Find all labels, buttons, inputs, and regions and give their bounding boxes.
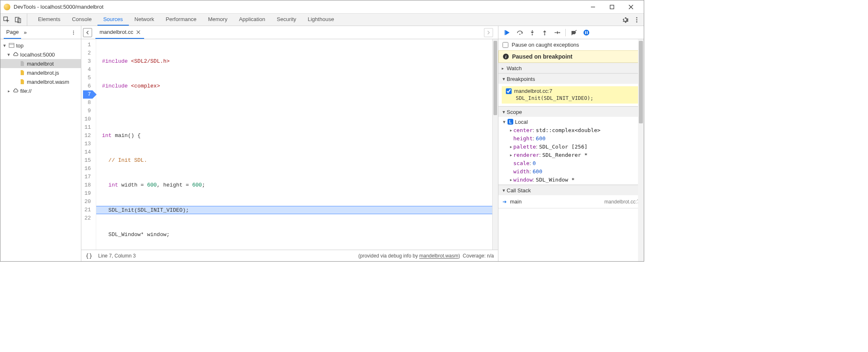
tab-console[interactable]: Console (66, 14, 97, 26)
scope-var-name: renderer (513, 152, 539, 158)
window-titlebar: DevTools - localhost:5000/mandelbrot (0, 0, 644, 14)
navigator-more-tabs[interactable]: » (24, 29, 26, 35)
expander-icon: ▸ (508, 177, 513, 182)
expander-icon: ▼ (2, 43, 7, 48)
tree-file-mandelbrot[interactable]: mandelbrot (0, 59, 81, 68)
breakpoints-section-label: Breakpoints (507, 76, 535, 82)
step-over-button[interactable] (515, 28, 525, 38)
step-out-button[interactable] (540, 28, 550, 38)
scope-variable[interactable]: ▸renderer: SDL_Renderer * (502, 151, 640, 159)
code-content[interactable]: #include <SDL2/SDL.h> #include <complex>… (96, 39, 492, 250)
navigator-tab-page[interactable]: Page (4, 26, 21, 39)
debugger-pane: Pause on caught exceptions i Paused on b… (498, 26, 644, 261)
svg-point-11 (73, 32, 74, 33)
code-editor[interactable]: 1 2 3 4 5 6 7 8 9 10 11 12 13 14 15 16 1… (81, 39, 498, 250)
tab-lighthouse[interactable]: Lighthouse (302, 14, 340, 26)
deactivate-breakpoints-button[interactable] (569, 28, 579, 38)
window-title: DevTools - localhost:5000/mandelbrot (14, 4, 583, 10)
settings-gear-icon[interactable] (621, 15, 630, 24)
maximize-button[interactable] (602, 1, 621, 13)
scope-variable[interactable]: width: 600 (502, 167, 640, 175)
source-map-link[interactable]: mandelbrot.wasm (419, 253, 458, 259)
tree-label: localhost:5000 (20, 52, 55, 58)
scope-var-name: height (513, 135, 533, 142)
document-icon (19, 61, 25, 66)
line-gutter[interactable]: 1 2 3 4 5 6 7 8 9 10 11 12 13 14 15 16 1… (81, 39, 96, 250)
breakpoint-checkbox[interactable] (506, 88, 512, 94)
script-icon (19, 70, 25, 76)
breakpoint-title: mandelbrot.cc:7 (514, 88, 553, 94)
scope-var-value: 600 (536, 135, 545, 142)
minimize-button[interactable] (583, 1, 602, 13)
tree-label: mandelbrot.js (27, 70, 59, 76)
scope-var-name: window (513, 177, 533, 183)
scope-variable[interactable]: ▸center: std::complex<double> (502, 126, 640, 134)
breakpoint-item[interactable]: mandelbrot.cc:7 SDL_Init(SDL_INIT_VIDEO)… (502, 86, 640, 104)
coverage-info: Coverage: n/a (463, 253, 494, 259)
tab-elements[interactable]: Elements (32, 14, 66, 26)
scope-section-header[interactable]: ▼ Scope (498, 106, 644, 117)
editor-nav-forward-icon[interactable] (484, 28, 493, 37)
breakpoints-section-header[interactable]: ▼ Breakpoints (498, 73, 644, 84)
scope-local-header[interactable]: ▼ L Local (502, 118, 640, 126)
svg-rect-13 (9, 43, 14, 47)
editor-scrollbar[interactable] (492, 39, 498, 250)
scope-section-label: Scope (507, 109, 522, 115)
expander-icon: ▼ (502, 188, 507, 193)
scope-variable[interactable]: height: 600 (502, 134, 640, 142)
step-button[interactable] (552, 28, 562, 38)
paused-banner-text: Paused on breakpoint (512, 53, 572, 60)
tab-application[interactable]: Application (233, 14, 271, 26)
scope-variable[interactable]: ▸window: SDL_Window * (502, 175, 640, 184)
expander-icon: ▸ (508, 153, 513, 157)
local-scope-icon: L (508, 119, 513, 125)
expander-icon: ▼ (6, 52, 11, 57)
device-toggle-icon[interactable] (14, 16, 22, 24)
scope-var-name: width (513, 168, 529, 175)
step-into-button[interactable] (527, 28, 537, 38)
navigator-kebab-icon[interactable] (69, 28, 78, 37)
pretty-print-icon[interactable]: {} (85, 253, 92, 259)
scope-var-value: SDL_Renderer * (542, 152, 588, 158)
editor-nav-back-icon[interactable] (83, 28, 92, 37)
tab-sources[interactable]: Sources (97, 14, 129, 26)
tab-performance[interactable]: Performance (160, 14, 202, 26)
toolbar-separator (565, 29, 566, 36)
pause-on-caught-label: Pause on caught exceptions (512, 42, 579, 48)
close-tab-icon[interactable] (136, 30, 141, 35)
script-icon (19, 79, 25, 85)
svg-point-12 (73, 33, 74, 34)
scope-var-value: SDL_Window * (536, 177, 575, 183)
breakpoint-marker[interactable]: 7 (83, 90, 92, 99)
breakpoint-code: SDL_Init(SDL_INIT_VIDEO); (516, 95, 636, 101)
tab-security[interactable]: Security (271, 14, 302, 26)
watch-section-header[interactable]: ▸ Watch (498, 63, 644, 73)
scope-variable[interactable]: ▸palette: SDL_Color [256] (502, 142, 640, 151)
tree-file-scheme[interactable]: ▸ file:// (0, 86, 81, 95)
scope-var-value: 0 (533, 160, 536, 166)
tree-file-mandelbrot-wasm[interactable]: mandelbrot.wasm (0, 77, 81, 86)
tree-top[interactable]: ▼ top (0, 41, 81, 50)
scope-variable[interactable]: scale: 0 (502, 159, 640, 167)
close-button[interactable] (621, 1, 640, 13)
inspect-element-icon[interactable] (3, 16, 10, 24)
current-frame-icon: ➔ (503, 199, 507, 205)
editor-tab-mandelbrot-cc[interactable]: mandelbrot.cc (95, 26, 144, 39)
cloud-icon (13, 52, 19, 57)
pause-on-caught-checkbox[interactable] (503, 42, 508, 48)
resume-button[interactable] (503, 28, 512, 38)
tab-network[interactable]: Network (129, 14, 160, 26)
debugger-toolbar (498, 26, 644, 39)
debug-pane-scrollbar[interactable] (638, 39, 644, 261)
tab-memory[interactable]: Memory (202, 14, 233, 26)
svg-rect-1 (610, 5, 614, 9)
tree-origin[interactable]: ▼ localhost:5000 (0, 50, 81, 59)
tree-file-mandelbrot-js[interactable]: mandelbrot.js (0, 68, 81, 77)
callstack-section-header[interactable]: ▼ Call Stack (498, 185, 644, 195)
callstack-frame[interactable]: ➔ main mandelbrot.cc:7 (498, 197, 644, 206)
editor-statusbar: {} Line 7, Column 3 (provided via debug … (81, 250, 498, 261)
pause-on-exceptions-button[interactable] (581, 28, 591, 38)
tree-label: mandelbrot (27, 61, 54, 67)
callstack-section-label: Call Stack (507, 187, 531, 194)
kebab-menu-icon[interactable] (632, 15, 641, 24)
